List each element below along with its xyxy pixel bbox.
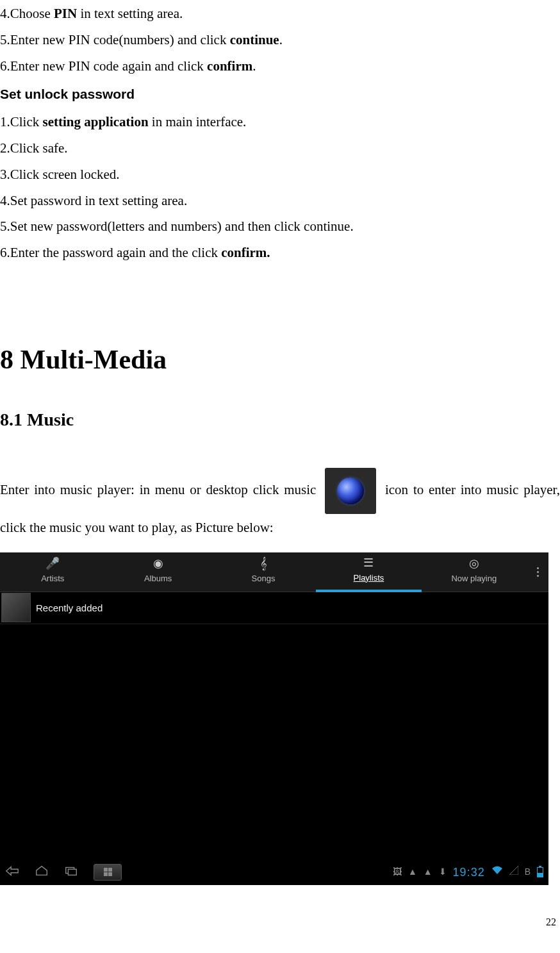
microphone-icon: 🎤: [45, 558, 60, 569]
treble-clef-icon: 𝄞: [260, 558, 267, 569]
playlist-thumbnail-icon: [1, 593, 31, 622]
pwd-step-5: 5.Set new password(letters and numbers) …: [0, 215, 560, 239]
subheading-unlock-password: Set unlock password: [0, 82, 560, 106]
system-navbar: 🖼 ▲ ▲ ⬇ 19:32 B: [0, 859, 548, 885]
tab-now-playing-label: Now playing: [451, 571, 497, 586]
grid-icon: [104, 868, 112, 876]
tab-songs-label: Songs: [252, 571, 276, 586]
playlist-icon: ☰: [363, 557, 374, 568]
back-icon: [5, 865, 19, 877]
tab-artists[interactable]: 🎤 Artists: [0, 552, 105, 592]
pwd-step-4: 4.Set password in text setting area.: [0, 189, 560, 213]
signal-icon: [509, 864, 518, 880]
pwd-step-3: 3.Click screen locked.: [0, 163, 560, 187]
screenshot-button[interactable]: [94, 864, 122, 881]
pin-step-4: 4.Choose PIN in text setting area.: [0, 2, 560, 26]
heading-music: 8.1 Music: [0, 404, 560, 436]
status-clock: 19:32: [453, 862, 485, 883]
music-tabs: 🎤 Artists ◉ Albums 𝄞 Songs ☰ Playlists ◎…: [0, 552, 548, 592]
music-app-icon: [325, 468, 376, 514]
tab-artists-label: Artists: [41, 571, 64, 586]
wifi-icon: [491, 864, 503, 880]
tab-playlists[interactable]: ☰ Playlists: [316, 552, 421, 592]
tab-albums-label: Albums: [144, 571, 172, 586]
svg-rect-1: [68, 869, 76, 875]
playlist-item-label: Recently added: [36, 599, 103, 617]
playlist-item-recently-added[interactable]: Recently added: [0, 592, 548, 624]
pwd-step-1: 1.Click setting application in main inte…: [0, 110, 560, 135]
home-button[interactable]: [35, 861, 49, 884]
tab-albums[interactable]: ◉ Albums: [105, 552, 210, 592]
tab-now-playing[interactable]: ◎ Now playing: [422, 552, 527, 592]
page-number: 22: [0, 913, 560, 932]
recent-apps-button[interactable]: [64, 861, 78, 884]
tab-songs[interactable]: 𝄞 Songs: [211, 552, 316, 592]
download-icon: ⬇: [439, 864, 447, 880]
home-icon: [35, 865, 49, 877]
heading-multimedia: 8 Multi-Media: [0, 336, 560, 385]
vertical-dots-icon: [537, 567, 539, 577]
pin-step-6: 6.Enter new PIN code again and click con…: [0, 54, 560, 79]
music-intro-paragraph: Enter into music player: in menu or desk…: [0, 468, 560, 541]
warning-icon: ▲: [424, 864, 432, 880]
back-button[interactable]: [5, 861, 19, 884]
recent-apps-icon: [64, 865, 78, 877]
tab-playlists-label: Playlists: [354, 570, 384, 585]
overflow-menu-button[interactable]: [527, 552, 548, 592]
battery-icon: [537, 867, 543, 877]
bluetooth-icon: B: [525, 864, 531, 880]
now-playing-icon: ◎: [469, 558, 479, 569]
music-player-screenshot: 🎤 Artists ◉ Albums 𝄞 Songs ☰ Playlists ◎…: [0, 552, 548, 885]
pin-step-5: 5.Enter new PIN code(numbers) and click …: [0, 28, 560, 53]
warning-icon: ▲: [408, 864, 417, 880]
pwd-step-6: 6.Enter the password again and the click…: [0, 241, 560, 265]
pwd-step-2: 2.Click safe.: [0, 137, 560, 161]
image-status-icon: 🖼: [393, 864, 402, 880]
disc-icon: ◉: [153, 558, 163, 569]
